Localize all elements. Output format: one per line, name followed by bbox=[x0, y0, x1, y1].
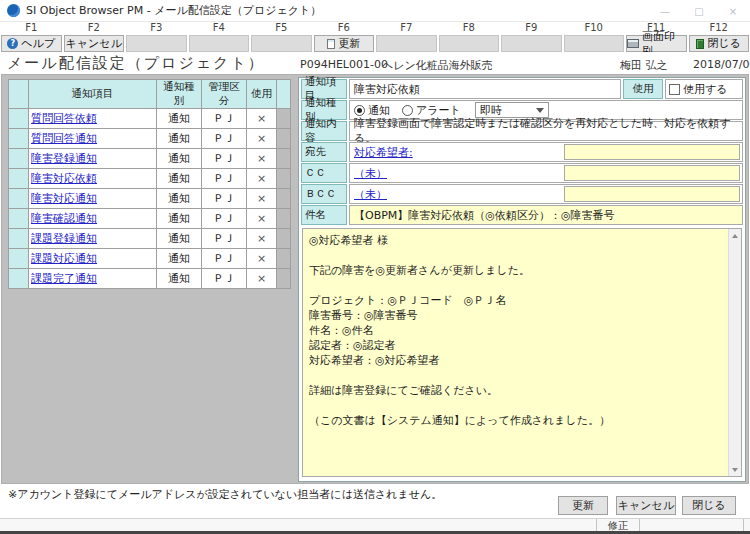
project-code: P094HEL001-00 bbox=[300, 58, 388, 71]
row-selector[interactable] bbox=[9, 149, 29, 169]
content-row: 通知内容 障害登録画面で障害認定時または確認区分を再対応とした時、対応を依頼する… bbox=[301, 121, 743, 141]
type-value: 通知 bbox=[157, 209, 202, 229]
bcc-recipient-link[interactable]: （未） bbox=[354, 187, 387, 202]
use-value: × bbox=[247, 109, 277, 129]
notification-item-link[interactable]: 課題完了通知 bbox=[31, 272, 97, 285]
fkey-label-f2: F2 bbox=[63, 22, 126, 35]
notification-item-link[interactable]: 障害確認通知 bbox=[31, 212, 97, 225]
scrollbar-strip bbox=[277, 169, 291, 189]
update-button[interactable]: 更新 bbox=[558, 496, 608, 515]
print-screen-button[interactable]: 画面印刷 bbox=[626, 35, 687, 52]
current-date: 2018/07/08 bbox=[693, 58, 750, 71]
type-value: 通知 bbox=[157, 269, 202, 289]
row-selector[interactable] bbox=[9, 209, 29, 229]
notification-table: 通知項目 通知種別 管理区分 使用 質問回答依頼 通知 ＰＪ × 質問回答通知 … bbox=[8, 79, 291, 289]
fkey-slot-f7 bbox=[376, 35, 437, 52]
title-bar: SI Object Browser PM - メール配信設定（プロジェクト） —… bbox=[0, 0, 750, 22]
notification-item-link[interactable]: 質問回答通知 bbox=[31, 132, 97, 145]
arrow-down-icon bbox=[732, 468, 738, 472]
use-label: 使用 bbox=[623, 79, 663, 99]
close-window-button[interactable]: × bbox=[716, 0, 750, 22]
scroll-down-button[interactable] bbox=[729, 463, 741, 476]
radio-notify-icon bbox=[354, 105, 365, 116]
use-checkbox-label: 使用する bbox=[683, 82, 728, 97]
cc-label: ＣＣ bbox=[301, 163, 347, 183]
row-selector[interactable] bbox=[9, 109, 29, 129]
row-selector[interactable] bbox=[9, 249, 29, 269]
fkey-slot-f10 bbox=[564, 35, 625, 52]
cancel-button[interactable]: キャンセル bbox=[616, 496, 676, 515]
row-selector[interactable] bbox=[9, 129, 29, 149]
fkey-slot-f9 bbox=[501, 35, 562, 52]
mail-body-editor[interactable]: ◎対応希望者 様 下記の障害を◎更新者さんが更新しました。 プロジェクト：◎ＰＪ… bbox=[303, 229, 728, 476]
radio-alert-icon bbox=[402, 105, 413, 116]
col-header-category: 管理区分 bbox=[202, 80, 247, 109]
use-value: × bbox=[247, 249, 277, 269]
notification-item-link[interactable]: 障害対応通知 bbox=[31, 192, 97, 205]
cc-recipient-link[interactable]: （未） bbox=[354, 166, 387, 181]
fkey-label-f7: F7 bbox=[375, 22, 438, 35]
notification-item-link[interactable]: 質問回答依頼 bbox=[31, 112, 97, 125]
edit-mode-status: 修正 bbox=[596, 519, 640, 531]
fkey-label-f8: F8 bbox=[438, 22, 501, 35]
notification-item-link[interactable]: 障害対応依頼 bbox=[31, 172, 97, 185]
function-key-labels: F1 F2 F3 F4 F5 F6 F7 F8 F9 F10 F11 F12 bbox=[0, 22, 750, 35]
row-selector[interactable] bbox=[9, 229, 29, 249]
row-selector[interactable] bbox=[9, 189, 29, 209]
use-value: × bbox=[247, 229, 277, 249]
status-bar: 修正 bbox=[0, 518, 750, 534]
notification-item-link[interactable]: 課題登録通知 bbox=[31, 232, 97, 245]
arrow-up-icon bbox=[732, 234, 738, 238]
use-value: × bbox=[247, 189, 277, 209]
type-value: 通知 bbox=[157, 229, 202, 249]
scrollbar-strip bbox=[277, 249, 291, 269]
to-recipient-link[interactable]: 対応希望者: bbox=[354, 145, 413, 160]
row-selector[interactable] bbox=[9, 169, 29, 189]
help-button-label: ヘルプ bbox=[21, 36, 55, 51]
fkey-slot-f4 bbox=[189, 35, 250, 52]
col-header-type: 通知種別 bbox=[157, 80, 202, 109]
fkey-slot-f3 bbox=[126, 35, 187, 52]
use-value: × bbox=[247, 129, 277, 149]
table-row: 障害確認通知 通知 ＰＪ × bbox=[9, 209, 291, 229]
category-value: ＰＪ bbox=[202, 109, 247, 129]
cc-input[interactable] bbox=[564, 165, 740, 181]
window-controls: — □ × bbox=[648, 0, 750, 22]
close-button[interactable]: 閉じる bbox=[682, 496, 736, 515]
subject-input[interactable]: 【OBPM】障害対応依頼（◎依頼区分）：◎障害番号 bbox=[349, 205, 743, 225]
fkey-label-f10: F10 bbox=[563, 22, 626, 35]
to-input[interactable] bbox=[564, 144, 740, 160]
scrollbar-strip bbox=[277, 269, 291, 289]
close-fkey-button[interactable]: 閉じる bbox=[689, 35, 750, 52]
col-header-item: 通知項目 bbox=[29, 80, 157, 109]
update-fkey-button[interactable]: 更新 bbox=[314, 35, 375, 52]
scrollbar-strip bbox=[277, 229, 291, 249]
cc-value-cell: （未） bbox=[349, 163, 743, 183]
help-button[interactable]: ? ヘルプ bbox=[1, 35, 62, 52]
category-value: ＰＪ bbox=[202, 229, 247, 249]
window-title: SI Object Browser PM - メール配信設定（プロジェクト） bbox=[26, 3, 321, 18]
cancel-fkey-label: キャンセル bbox=[66, 36, 122, 51]
project-name: ヘレン化粧品海外販売 bbox=[382, 58, 493, 73]
use-value: × bbox=[247, 209, 277, 229]
bcc-input[interactable] bbox=[564, 186, 740, 202]
type-value: 通知 bbox=[157, 249, 202, 269]
mail-detail-panel: 通知項目 障害対応依頼 使用 使用する 通知種別 通知 アラート bbox=[298, 77, 746, 482]
minimize-button[interactable]: — bbox=[648, 0, 682, 22]
scroll-up-button[interactable] bbox=[729, 229, 741, 242]
table-row: 質問回答通知 通知 ＰＪ × bbox=[9, 129, 291, 149]
cancel-fkey-button[interactable]: キャンセル bbox=[64, 35, 125, 52]
fkey-label-f9: F9 bbox=[500, 22, 563, 35]
table-row: 障害登録通知 通知 ＰＪ × bbox=[9, 149, 291, 169]
to-row: 宛先 対応希望者: bbox=[301, 142, 743, 162]
maximize-button[interactable]: □ bbox=[682, 0, 716, 22]
use-checkbox[interactable] bbox=[669, 84, 680, 95]
type-value: 通知 bbox=[157, 169, 202, 189]
table-row: 障害対応依頼 通知 ＰＪ × bbox=[9, 169, 291, 189]
app-logo-icon bbox=[7, 4, 20, 17]
notification-item-link[interactable]: 課題対応通知 bbox=[31, 252, 97, 265]
row-selector[interactable] bbox=[9, 269, 29, 289]
notification-item-link[interactable]: 障害登録通知 bbox=[31, 152, 97, 165]
table-row: 課題完了通知 通知 ＰＪ × bbox=[9, 269, 291, 289]
body-scrollbar[interactable] bbox=[728, 229, 741, 476]
